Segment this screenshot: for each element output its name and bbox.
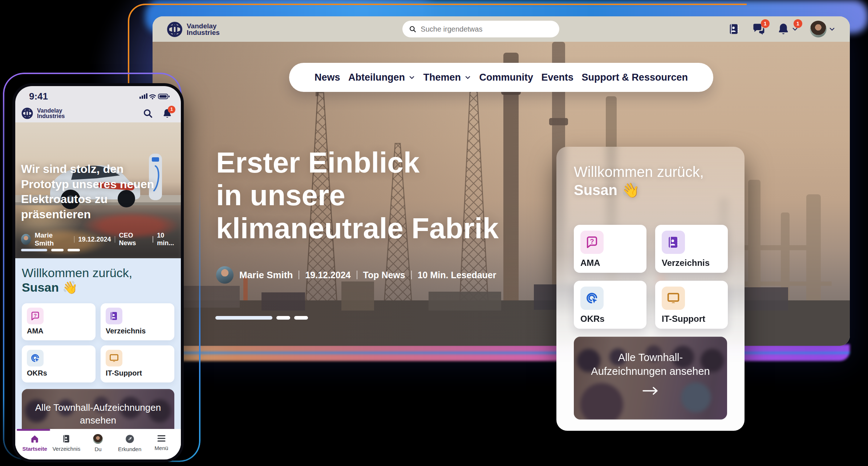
logo-text: VandelayIndustries [37, 108, 65, 119]
wave-emoji: 👋 [621, 182, 640, 198]
quick-link-ama[interactable]: ? AMA [574, 225, 646, 273]
messages-button[interactable]: 1 [752, 23, 766, 36]
nav-item-menu[interactable]: Menü [146, 434, 177, 451]
svg-text:?: ? [34, 313, 37, 318]
main-navigation: News Abteilungen Themen Community Events… [289, 63, 713, 92]
article-category: CEO News [119, 232, 149, 247]
desktop-top-navbar: VandelayIndustries [153, 16, 850, 42]
profile-menu[interactable] [810, 21, 835, 37]
welcome-title: Willkommen zurück, Susan 👋 [574, 163, 727, 199]
townhall-cta-label: Alle Townhall-Aufzeichnungen ansehen [22, 401, 174, 426]
article-date: 19.12.2024 [78, 236, 111, 243]
article-date: 19.12.2024 [305, 270, 350, 280]
notifications-button[interactable]: 1 [777, 23, 798, 36]
mobile-hero-banner: Wir sind stolz, den Prototyp unseres neu… [15, 122, 181, 258]
nav-item-community[interactable]: Community [479, 72, 533, 83]
hero-headline[interactable]: Erster Einblick in unsere klimaneutrale … [216, 146, 499, 245]
status-bar: 9:41 [15, 86, 181, 104]
monitor-icon [109, 353, 119, 363]
wifi-icon [150, 95, 155, 100]
wave-emoji: 👋 [62, 280, 78, 294]
carousel-indicator[interactable] [68, 249, 80, 251]
hamburger-menu-icon [157, 434, 166, 443]
mobile-hero-headline[interactable]: Wir sind stolz, den Prototyp unseres neu… [21, 162, 165, 222]
desktop-browser-mockup: VandelayIndustries [153, 16, 850, 346]
vandelay-logo[interactable]: VandelayIndustries [21, 107, 65, 119]
quick-links-grid: ? AMA [22, 303, 174, 382]
phone-screen: 9:41 [15, 86, 181, 459]
author-avatar [21, 234, 31, 245]
profile-avatar [93, 434, 103, 444]
chat-question-icon: ? [30, 311, 40, 321]
nav-item-du[interactable]: Du [82, 434, 114, 452]
arrow-right-icon [642, 386, 659, 396]
carousel-indicator[interactable] [276, 316, 290, 320]
search-icon[interactable] [143, 108, 153, 118]
hero-carousel-indicators [215, 316, 308, 320]
carousel-indicators [21, 249, 80, 251]
carousel-indicator[interactable] [294, 316, 308, 320]
carousel-indicator-active[interactable] [215, 316, 272, 320]
status-time: 9:41 [29, 91, 48, 102]
search-icon [409, 25, 416, 33]
quick-link-ama[interactable]: ? AMA [22, 303, 96, 340]
chevron-down-icon [465, 74, 471, 81]
article-read-time: 10 Min. Lesedauer [418, 270, 496, 280]
globe-logo-icon [166, 21, 183, 38]
notifications-badge: 1 [168, 106, 175, 113]
user-avatar [810, 21, 827, 37]
townhall-cta-label: Alle Townhall-Aufzeichnungen ansehen [574, 350, 727, 378]
article-category: Top News [363, 270, 405, 280]
contact-book-icon [666, 235, 680, 249]
marketing-composition: VandelayIndustries [0, 0, 868, 466]
active-tab-indicator [17, 429, 50, 431]
navbar-actions: 1 1 [728, 16, 835, 42]
contact-book-icon [62, 434, 71, 443]
townhall-recordings-card[interactable]: Alle Townhall-Aufzeichnungen ansehen [574, 337, 727, 420]
notifications-button[interactable]: 1 [162, 108, 172, 119]
mobile-app-header: VandelayIndustries 1 [15, 104, 181, 122]
mobile-bottom-nav: Startseite Verzeichnis Du [15, 429, 181, 459]
click-target-icon [585, 291, 599, 305]
quick-link-verzeichnis[interactable]: Verzeichnis [655, 225, 728, 273]
quick-link-it-support[interactable]: IT-Support [101, 345, 174, 382]
article-read-time: 10 min... [157, 232, 181, 247]
search-bar[interactable] [402, 21, 559, 37]
quick-links-grid: ? AMA Verzeichnis [574, 225, 727, 329]
quick-link-verzeichnis[interactable]: Verzeichnis [101, 303, 174, 340]
directory-button[interactable] [728, 23, 740, 35]
home-icon [30, 434, 40, 443]
search-input[interactable] [420, 25, 553, 34]
nav-item-news[interactable]: News [315, 72, 340, 83]
globe-logo-icon [21, 107, 33, 119]
notifications-badge: 1 [794, 19, 802, 28]
click-target-icon [30, 353, 40, 363]
welcome-title: Willkommen zurück, Susan 👋 [22, 266, 174, 295]
contact-book-icon [728, 23, 740, 35]
quick-link-it-support[interactable]: IT-Support [655, 281, 728, 329]
contact-book-icon [109, 311, 119, 321]
carousel-indicator[interactable] [51, 249, 64, 251]
nav-item-themen[interactable]: Themen [423, 72, 471, 83]
quick-link-okrs[interactable]: OKRs [574, 281, 646, 329]
bottom-gradient-decoration [154, 344, 850, 361]
messages-badge: 1 [761, 19, 770, 28]
quick-link-okrs[interactable]: OKRs [22, 345, 96, 382]
chevron-down-icon [409, 74, 415, 81]
welcome-panel: Willkommen zurück, Susan 👋 ? AMA [556, 147, 745, 431]
battery-icon [158, 94, 170, 99]
nav-item-erkunden[interactable]: Erkunden [114, 434, 145, 452]
nav-item-events[interactable]: Events [541, 72, 573, 83]
nav-item-support[interactable]: Support & Ressourcen [581, 72, 688, 83]
logo-text: VandelayIndustries [187, 23, 220, 36]
author-name: Marie Smith [35, 231, 70, 247]
chat-question-icon: ? [585, 235, 599, 249]
vandelay-logo[interactable]: VandelayIndustries [166, 21, 220, 38]
carousel-indicator-active[interactable] [21, 249, 47, 251]
nav-item-startseite[interactable]: Startseite [19, 434, 50, 452]
nav-item-abteilungen[interactable]: Abteilungen [348, 72, 415, 83]
author-name: Marie Smith [239, 270, 293, 281]
chevron-down-icon [829, 26, 835, 32]
compass-icon [125, 434, 135, 444]
nav-item-verzeichnis[interactable]: Verzeichnis [51, 434, 82, 452]
